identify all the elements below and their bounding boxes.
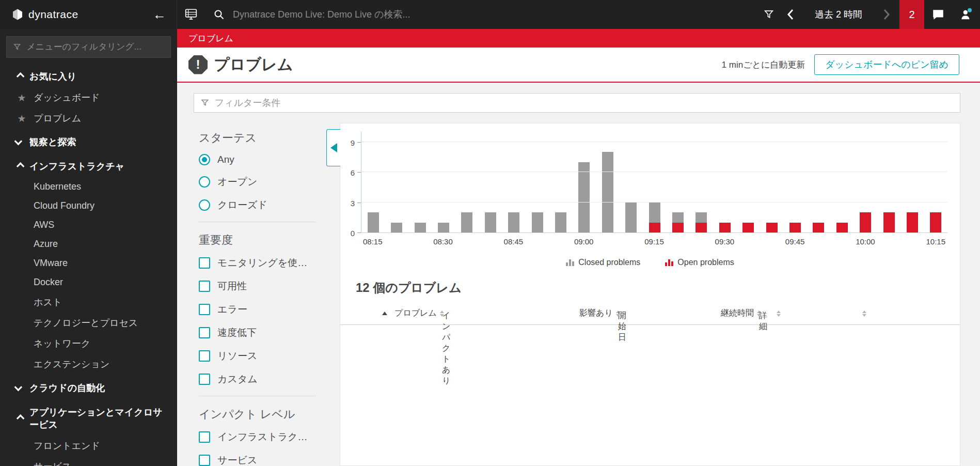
sidebar-item-1[interactable]: ★ダッシュボード [0,87,177,108]
sidebar-section-16[interactable]: アプリケーションとマイクロサービス [0,399,177,436]
checkbox-control[interactable] [199,327,210,338]
sort-arrows-icon: 開始日 [616,310,620,317]
radio-control[interactable] [199,154,210,165]
checkbox-option-速度低下[interactable]: 速度低下 [199,326,316,339]
chart-bar-10:00[interactable] [854,132,877,232]
col-impacted[interactable]: 影響あり開始日 [579,308,711,319]
sidebar-item-8[interactable]: Azure [0,235,177,254]
checkbox-option-リソース[interactable]: リソース [199,349,316,363]
sidebar-item-10[interactable]: Docker [0,273,177,292]
chart-bar-08:25[interactable] [408,132,432,232]
radio-option-Any[interactable]: Any [199,154,316,165]
collapse-filter-panel-button[interactable] [326,129,340,166]
chart-bar-10:05[interactable] [877,132,900,232]
sidebar-section-15[interactable]: クラウドの自動化 [0,375,177,399]
sidebar-section-0[interactable]: お気に入り [0,63,177,87]
environment-icon[interactable] [177,0,205,29]
chart-bar-09:35[interactable] [737,132,760,232]
sidebar-item-18[interactable]: サービス [0,456,177,466]
col-duration[interactable] [854,310,908,317]
checkbox-option-可用性[interactable]: 可用性 [199,279,316,293]
chart-bar-09:00[interactable] [573,132,596,232]
checkbox-option-カスタム[interactable]: カスタム [199,372,316,386]
checkbox-control[interactable] [199,281,210,292]
chart-bar-08:40[interactable] [479,132,502,232]
chart-bar-09:55[interactable] [830,132,853,232]
col-affected[interactable]: 継続時間詳細 [711,308,761,319]
radio-option-オープン[interactable]: オープン [199,175,316,189]
checkbox-control[interactable] [199,304,210,315]
sidebar-item-2[interactable]: ★プロブレム [0,108,177,129]
legend-item[interactable]: Open problems [665,258,734,267]
collapse-sidebar-arrow-icon[interactable]: ← [153,8,166,21]
chart-bar-08:15[interactable] [361,132,385,232]
chart-bar-08:55[interactable] [549,132,572,232]
chart-bar-09:10[interactable] [619,132,642,232]
timeframe-filter-icon[interactable] [755,0,783,29]
chart-bar-09:15[interactable] [643,132,666,232]
y-tick-mark [357,142,361,143]
sidebar-item-13[interactable]: ネットワーク [0,333,177,354]
time-range-label[interactable]: 過去 2 時間 [801,8,876,21]
pin-to-dashboard-button[interactable]: ダッシュボードへのピン留め [814,54,959,75]
checkbox-option-サービス[interactable]: サービス [199,454,316,466]
chart-bar-08:20[interactable] [385,132,408,232]
chart-bar-08:50[interactable] [526,132,549,232]
problem-filter-input[interactable] [215,98,954,108]
sidebar-item-9[interactable]: VMware [0,254,177,273]
legend-item[interactable]: Closed problems [566,258,640,267]
chart-bar-09:30[interactable] [713,132,736,232]
sidebar-item-7[interactable]: AWS [0,215,177,235]
radio-option-クローズド[interactable]: クローズド [199,198,316,212]
x-tick-label: 08:15 [363,237,383,246]
radio-control[interactable] [199,199,210,211]
sidebar-item-11[interactable]: ホスト [0,292,177,313]
search-icon[interactable] [205,0,233,29]
chart-bar-09:05[interactable] [596,132,619,232]
user-icon[interactable] [952,0,980,29]
chart-bar-10:15[interactable] [924,132,947,232]
checkbox-control[interactable] [199,455,210,466]
sidebar-section-4[interactable]: インフラストラクチャ [0,153,177,177]
checkbox-control[interactable] [199,350,210,362]
brand-name: dynatrace [28,8,78,21]
auto-refresh-note: 1 minごとに自動更新 [722,59,805,71]
sidebar-item-12[interactable]: テクノロジーとプロセス [0,313,177,333]
sidebar-item-6[interactable]: Cloud Foundry [0,196,177,215]
chart-bar-08:45[interactable] [502,132,525,232]
time-prev-chevron-icon[interactable] [783,0,798,29]
sidebar-section-3[interactable]: 観察と探索 [0,129,177,153]
chart-bar-09:40[interactable] [760,132,783,232]
y-tick-mark [357,203,361,203]
closed-segment [602,152,613,232]
sidebar-item-5[interactable]: Kubernetes [0,177,177,196]
global-search-input[interactable] [233,9,543,20]
checkbox-control[interactable] [199,257,210,269]
time-next-chevron-icon[interactable] [879,0,894,29]
radio-control[interactable] [199,176,210,188]
closed-segment [696,212,707,223]
checkbox-option-インフラストラクチャ[interactable]: インフラストラクチャ [199,430,316,444]
sidebar-item-14[interactable]: エクステンション [0,354,177,375]
open-problems-badge[interactable]: 2 [899,0,924,29]
sidebar-item-17[interactable]: フロントエンド [0,436,177,456]
filter-group-title: 重要度 [199,232,316,248]
chart-bar-09:50[interactable] [807,132,830,232]
chart-bar-10:10[interactable] [900,132,924,232]
chart-bar-09:45[interactable] [783,132,807,232]
col-start[interactable] [761,310,854,317]
col-problem[interactable]: プロブレムインパクトあり [394,308,579,319]
chart-bar-08:35[interactable] [455,132,479,232]
chart-bar-09:25[interactable] [690,132,713,232]
chart-bar-08:30[interactable] [432,132,455,232]
checkbox-control[interactable] [199,374,210,385]
checkbox-control[interactable] [199,431,210,443]
chat-icon[interactable] [924,0,952,29]
sidebar-filter-input[interactable] [26,42,164,52]
sidebar-label: Azure [34,239,58,250]
chart-bar-09:20[interactable] [666,132,689,232]
checkbox-option-モニタリングを使用でき...[interactable]: モニタリングを使用でき... [199,256,316,270]
breadcrumb[interactable]: プロブレム [177,29,980,48]
checkbox-option-エラー[interactable]: エラー [199,303,316,316]
dynatrace-logo[interactable]: dynatrace [11,8,153,21]
